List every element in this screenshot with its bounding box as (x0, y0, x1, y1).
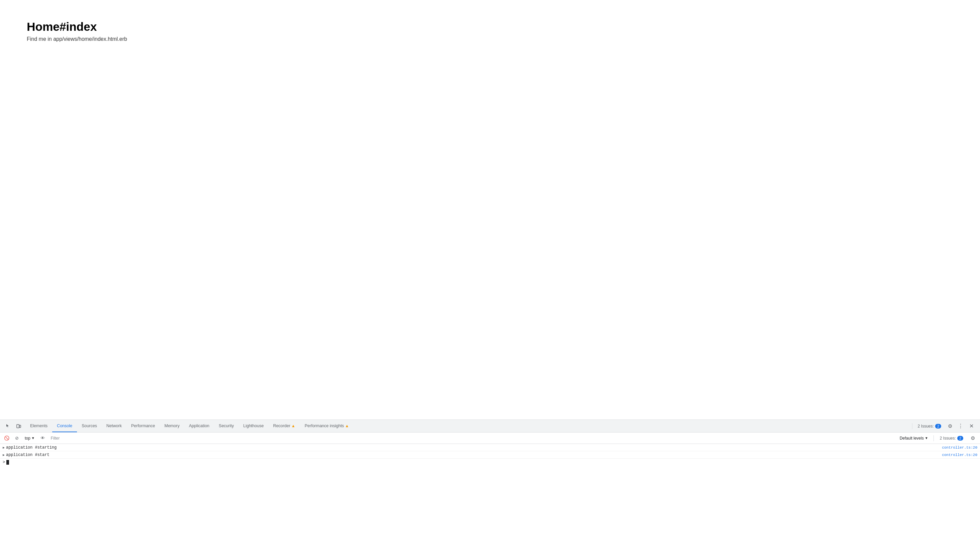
devtools-more-button[interactable]: ⋮ (956, 422, 965, 431)
clear-console-button[interactable]: 🚫 (3, 434, 11, 442)
svg-rect-0 (17, 425, 19, 428)
toolbar-right: Default levels ▼ 2 Issues: 2 ⚙ (898, 433, 977, 443)
tab-right-section: 2 Issues: 2 ⚙ ⋮ ✕ (911, 422, 979, 431)
tab-console[interactable]: Console (52, 420, 77, 432)
toolbar-issues-count: 2 (957, 436, 963, 440)
console-prompt: > (3, 460, 5, 465)
context-label: top (25, 436, 30, 440)
devtools-close-button[interactable]: ✕ (967, 422, 976, 431)
tab-application[interactable]: Application (184, 420, 214, 432)
toolbar-issues-button[interactable]: 2 Issues: 2 (937, 435, 966, 442)
issues-badge-num: 2 (935, 424, 941, 428)
devtools-tab-bar: Elements Console Sources Network Perform… (0, 420, 980, 433)
tab-elements[interactable]: Elements (25, 420, 52, 432)
console-settings-gear-button[interactable]: ⚙ (968, 433, 977, 443)
console-filter-input[interactable] (49, 435, 896, 441)
log-text-1: application #starting (6, 445, 935, 450)
tab-recorder[interactable]: Recorder ▲ (269, 420, 300, 432)
tab-network[interactable]: Network (102, 420, 127, 432)
live-expressions-button[interactable]: 👁 (39, 434, 47, 442)
log-text-2: application #start (6, 453, 935, 457)
log-entry-1: ▶ application #starting controller.ts:20 (0, 444, 980, 451)
devtools-tab-icons (1, 422, 25, 431)
toolbar-issues-label: 2 Issues: (940, 436, 956, 440)
devtools-settings-button[interactable]: ⚙ (945, 422, 955, 431)
inspect-element-button[interactable] (3, 422, 13, 431)
tab-performance-insights[interactable]: Performance insights ▲ (300, 420, 354, 432)
tab-sources[interactable]: Sources (77, 420, 102, 432)
log-entry-2: ▶ application #start controller.ts:20 (0, 451, 980, 458)
tab-lighthouse[interactable]: Lighthouse (239, 420, 269, 432)
device-toolbar-button[interactable] (14, 422, 23, 431)
tab-divider (912, 423, 912, 429)
toolbar-divider (933, 435, 934, 441)
tab-memory[interactable]: Memory (160, 420, 184, 432)
context-dropdown-icon: ▼ (32, 436, 35, 440)
context-selector[interactable]: top ▼ (23, 435, 37, 441)
log-source-2[interactable]: controller.ts:20 (935, 453, 977, 457)
console-settings-button[interactable]: ⊘ (13, 434, 21, 442)
log-expand-arrow-1[interactable]: ▶ (3, 446, 5, 450)
tabs-list: Elements Console Sources Network Perform… (25, 420, 911, 432)
console-cursor (7, 460, 9, 465)
console-input-row[interactable]: > (0, 458, 980, 466)
issues-count-text: 2 Issues: (918, 424, 934, 428)
devtools-panel: Elements Console Sources Network Perform… (0, 420, 980, 560)
page-subtitle: Find me in app/views/home/index.html.erb (27, 36, 953, 42)
log-source-1[interactable]: controller.ts:20 (935, 446, 977, 450)
svg-rect-1 (19, 425, 21, 428)
console-content: ▶ application #starting controller.ts:20… (0, 444, 980, 560)
performance-insights-warning-icon: ▲ (345, 423, 349, 428)
tab-performance[interactable]: Performance (127, 420, 160, 432)
page-content: Home#index Find me in app/views/home/ind… (0, 0, 980, 420)
recorder-warning-icon: ▲ (291, 423, 295, 428)
page-title: Home#index (27, 20, 953, 33)
log-expand-arrow-2[interactable]: ▶ (3, 453, 5, 457)
console-toolbar: 🚫 ⊘ top ▼ 👁 Default levels ▼ 2 Issues: 2… (0, 433, 980, 444)
default-levels-dropdown-icon: ▼ (925, 436, 928, 440)
issues-badge-button[interactable]: 2 Issues: 2 (915, 423, 944, 430)
tab-security[interactable]: Security (214, 420, 239, 432)
default-levels-label: Default levels (900, 436, 924, 440)
default-levels-button[interactable]: Default levels ▼ (898, 435, 930, 441)
